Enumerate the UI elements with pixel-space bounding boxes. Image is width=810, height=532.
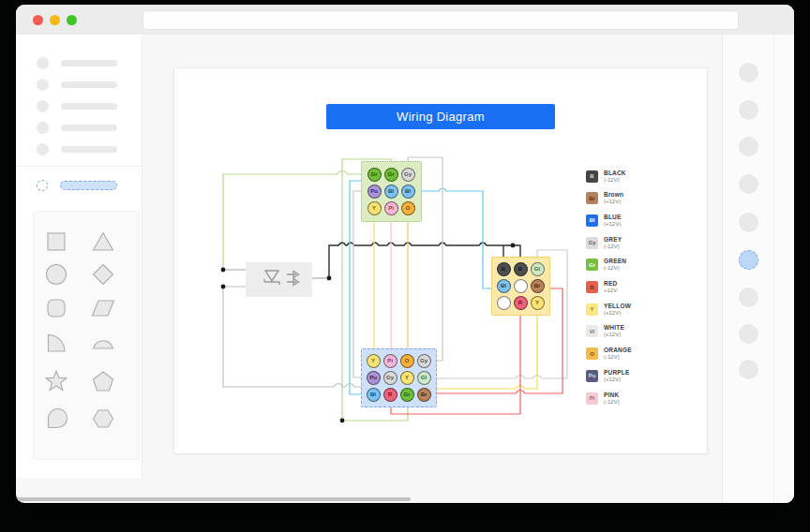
pin-Y[interactable]: Y [531, 296, 545, 310]
pin-R[interactable]: R [514, 296, 528, 310]
panel-dot[interactable] [739, 137, 758, 156]
panel-dot[interactable] [739, 360, 758, 379]
shape-quarter-circle[interactable] [44, 331, 68, 355]
panel-dot[interactable] [739, 100, 758, 120]
shape-square[interactable] [44, 229, 68, 254]
square-icon [44, 229, 68, 254]
legend-voltage: (+12V) [604, 199, 621, 204]
shape-circle[interactable] [44, 262, 68, 287]
sidebar-item[interactable] [16, 100, 142, 113]
pin-O[interactable]: O [400, 354, 414, 368]
shape-diamond[interactable] [91, 262, 115, 287]
pin-Gy[interactable]: Gy [417, 354, 431, 368]
sidebar-selected-item-icon[interactable] [37, 180, 48, 191]
panel-dot[interactable] [739, 213, 758, 232]
pin-W[interactable] [497, 296, 511, 310]
pin-Gy[interactable]: Gy [383, 371, 398, 385]
zoom-button[interactable] [67, 15, 77, 25]
pin-Bl[interactable]: Bl [367, 388, 381, 402]
pin-Y[interactable]: Y [368, 201, 382, 215]
pin-Gl[interactable]: Gl [417, 371, 431, 385]
legend-item-orange: OORANGE(-12V) [586, 347, 670, 366]
sidebar-item-icon [37, 57, 49, 69]
pin-Y[interactable]: Y [400, 371, 414, 385]
pin-W[interactable] [514, 279, 528, 293]
minimize-button[interactable] [50, 15, 60, 25]
pin-Gr[interactable]: Gr [384, 168, 398, 182]
panel-dot[interactable] [739, 288, 758, 307]
legend-item-grey: GyGREY(-12V) [586, 237, 670, 256]
pin-B[interactable]: B [514, 262, 528, 276]
pin-Pi[interactable]: Pi [383, 354, 398, 368]
shape-triangle[interactable] [91, 229, 115, 254]
legend-color-name: BLUE [604, 214, 622, 220]
pin-Pu[interactable]: Pu [367, 371, 381, 385]
pin-R[interactable]: R [383, 388, 398, 402]
pin-Gl[interactable]: Gl [531, 262, 545, 276]
panel-dot[interactable] [739, 174, 758, 194]
sidebar-item[interactable] [16, 122, 142, 135]
sidebar-item-icon [37, 100, 49, 112]
pin-Bl[interactable]: Bl [384, 185, 398, 199]
shape-rounded-square[interactable] [44, 296, 68, 320]
connector-blue[interactable]: YPiOGyPuGyYGlBlRGrBr [361, 348, 437, 407]
sidebar-item[interactable] [16, 143, 142, 156]
app-window: Wiring Diagram GrGrGyPuBlBlYPiOBBGlBlBrR… [16, 5, 794, 503]
shape-teardrop[interactable] [44, 406, 68, 431]
pin-Br[interactable]: Br [531, 279, 545, 293]
horizontal-scrollbar-thumb[interactable] [16, 497, 411, 501]
pin-O[interactable]: O [401, 201, 415, 215]
rounded-square-icon [44, 296, 68, 320]
legend-color-name: ORANGE [604, 347, 632, 353]
address-input[interactable] [142, 10, 739, 30]
pin-Bl[interactable]: Bl [497, 279, 511, 293]
close-button[interactable] [33, 15, 43, 25]
diagram-title-banner[interactable]: Wiring Diagram [326, 104, 555, 129]
legend-swatch: Y [586, 303, 598, 316]
pentagon-icon [91, 369, 115, 393]
sidebar-selected-item[interactable] [60, 181, 117, 190]
legend-voltage: (-12V) [604, 399, 620, 405]
sidebar-item-label-placeholder [61, 81, 117, 88]
led-component[interactable] [246, 262, 312, 297]
legend-voltage: (+12V) [604, 310, 621, 316]
pin-Br[interactable]: Br [417, 388, 431, 402]
shape-star[interactable] [44, 369, 68, 393]
shape-semicircle[interactable] [91, 331, 115, 355]
legend-color-name: Brown [604, 191, 623, 198]
legend-voltage: (-12V) [604, 177, 620, 183]
pin-Gy[interactable]: Gy [401, 168, 415, 182]
panel-dot[interactable] [739, 324, 758, 344]
pin-Y[interactable]: Y [367, 354, 381, 368]
sidebar-item-label-placeholder [61, 125, 117, 131]
shape-parallelogram[interactable] [91, 296, 115, 320]
sidebar-item[interactable] [16, 79, 142, 92]
diagram-title: Wiring Diagram [397, 110, 485, 124]
legend-voltage: (-12V) [604, 244, 620, 249]
connector-yellow[interactable]: BBGlBlBrRY [491, 257, 550, 316]
connector-green[interactable]: GrGrGyPuBlBlYPiO [361, 161, 422, 222]
pin-Pu[interactable]: Pu [368, 185, 382, 199]
shape-pentagon[interactable] [91, 369, 115, 393]
sidebar-divider [16, 166, 142, 167]
panel-dot-selected[interactable] [739, 250, 758, 270]
right-panel [722, 35, 794, 503]
panel-dot[interactable] [739, 63, 758, 82]
legend-item-brown: BrBrown(+12V) [586, 192, 670, 211]
legend-voltage: +12V [604, 288, 617, 293]
shape-hexagon[interactable] [91, 406, 115, 431]
pin-Gr[interactable]: Gr [368, 168, 382, 182]
hexagon-icon [91, 406, 115, 431]
sidebar-item-label-placeholder [61, 146, 117, 153]
pin-Pi[interactable]: Pi [384, 201, 398, 215]
legend-voltage: (+12V) [604, 332, 621, 337]
pin-B[interactable]: B [497, 262, 511, 276]
star-icon [44, 369, 68, 393]
sidebar-item[interactable] [16, 57, 142, 70]
diamond-icon [91, 262, 115, 287]
legend-swatch: Gr [586, 259, 598, 271]
pin-Gr[interactable]: Gr [400, 388, 414, 402]
legend-item-pink: PiPINK(-12V) [586, 392, 670, 411]
legend-swatch: Pu [586, 370, 598, 382]
pin-Bl[interactable]: Bl [401, 185, 415, 199]
